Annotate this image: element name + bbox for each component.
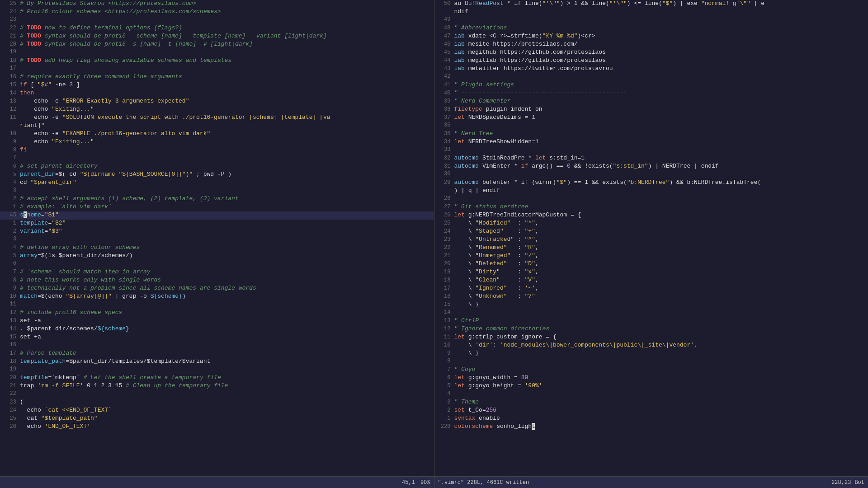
left-cursor-pos: 45,1: [402, 479, 415, 486]
code-line: 11: [0, 301, 434, 309]
code-line: 32autocmd StdinReadPre * let s:std_in=1: [434, 155, 868, 163]
code-line: 14then: [0, 89, 434, 98]
code-line: riant]": [0, 122, 434, 130]
code-line: 1template="$2": [0, 220, 434, 228]
code-line: 41" Plugin settings: [434, 81, 868, 89]
code-line: 24 echo `cat <<END_OF_TEXT`: [0, 407, 434, 415]
code-line: 3: [0, 187, 434, 195]
code-line: 19: [0, 366, 434, 374]
code-line: 24# Prot16 colour schemes <https://prote…: [0, 8, 434, 16]
right-status-file: ".vimrc" 228L, 4661C written: [438, 479, 529, 486]
code-line: 23: [0, 16, 434, 24]
code-line: 9# technically not a problem since all s…: [0, 285, 434, 293]
code-line: 42: [434, 73, 868, 81]
code-line: 5let g:goyo_height = '90%': [434, 382, 868, 390]
code-line: 38filetype plugin indent on: [434, 106, 868, 114]
code-line: 15if [ "$#" -ne 3 ]: [0, 81, 434, 89]
code-line: 28: [434, 195, 868, 203]
code-line: 31autocmd VimEnter * if argc() == 0 && !…: [434, 163, 868, 171]
code-line: 13 echo -e "ERROR Exactly 3 arguments ex…: [0, 98, 434, 106]
code-line: 17 \ "Ignored" : '~',: [434, 285, 868, 293]
code-line: 10 \ 'dir': 'node_modules\|bower_compone…: [434, 342, 868, 350]
code-line: 25 \ "Modified" : "*",: [434, 220, 868, 228]
code-line: 5parent_dir=$( cd "$(dirname "${BASH_SOU…: [0, 171, 434, 179]
code-line: 4# define array with colour schemes: [0, 244, 434, 252]
code-line: 11 echo -e "SOLUTION execute the script …: [0, 114, 434, 122]
code-line: 40" ------------------------------------…: [434, 89, 868, 98]
code-line: 21 \ "Unmerged" : "/",: [434, 252, 868, 260]
left-code-area[interactable]: 25# By Protesilaos Stavrou <https://prot…: [0, 0, 434, 476]
code-line: 18# TODO add help flag showing available…: [0, 57, 434, 65]
code-line: 18template_path=$parent_dir/templates/$t…: [0, 358, 434, 366]
code-line-highlighted: 45scheme="$1": [0, 211, 434, 220]
code-line: 15set +a: [0, 333, 434, 342]
code-line: 17: [0, 65, 434, 73]
code-line: 27" Git status nerdtree: [434, 203, 868, 211]
code-line: 20# TODO syntax should be prot16 -s [nam…: [0, 41, 434, 49]
code-line: 16 \ "Unknown" : "?": [434, 293, 868, 301]
code-line: 12# include prot16 scheme specs: [0, 309, 434, 317]
code-line: ) | q | endif: [434, 187, 868, 195]
code-line: 20 \ "Deleted" : "D",: [434, 260, 868, 268]
code-line: 23 \ "Untracked" : "^",: [434, 236, 868, 244]
code-line: 21trap 'rm -f $FILE' 0 1 2 3 15 # Clean …: [0, 382, 434, 390]
code-line: 16: [0, 342, 434, 350]
code-line: 23(: [0, 399, 434, 407]
code-line: 2set t_Co=256: [434, 407, 868, 415]
code-line: 44iab megitlab https://gitlab.com/protes…: [434, 57, 868, 65]
code-line: 22 \ "Renamed" : "R",: [434, 244, 868, 252]
code-line: 39" Nerd Commenter: [434, 98, 868, 106]
code-line: 37let NERDSpaceDelims = 1: [434, 114, 868, 122]
code-line: 5array=$(ls $parent_dir/schemes/): [0, 252, 434, 260]
right-cursor-pos: 228,23: [831, 479, 851, 486]
code-line: 10 echo -e "EXAMPLE ./prot16-generator a…: [0, 130, 434, 138]
left-status-bar: 45,1 90%: [0, 476, 434, 488]
code-line: 14: [434, 309, 868, 317]
code-line: 12 echo "Exiting...": [0, 106, 434, 114]
code-line: 6# set parent directory: [0, 163, 434, 171]
code-line: 24 \ "Staged" : "+",: [434, 228, 868, 236]
code-line: 8: [434, 358, 868, 366]
code-line: 4: [434, 390, 868, 399]
code-line: 1syntax enable: [434, 415, 868, 423]
code-line: 9 \ }: [434, 350, 868, 358]
code-line: 25 cat "$template_path": [0, 415, 434, 423]
code-line: 9 echo "Exiting...": [0, 138, 434, 146]
code-line: 45iab megithub https://github.com/protes…: [434, 49, 868, 57]
code-line: 19 \ "Dirty" : "x",: [434, 268, 868, 277]
code-line: 26 echo 'END_OF_TEXT': [0, 423, 434, 431]
right-status-mode: Bot: [854, 479, 864, 486]
code-line: 8# note this works only with single word…: [0, 277, 434, 285]
code-line: 7" Goyo: [434, 366, 868, 374]
code-line: 12" Ignore common directories: [434, 325, 868, 333]
code-line: 7: [0, 155, 434, 163]
code-line: 36: [434, 122, 868, 130]
code-line: 48" Abbreviations: [434, 24, 868, 33]
code-line-colorscheme: 228colorscheme sonho_light: [434, 423, 868, 431]
code-line: 21# TODO syntax should be prot16 --schem…: [0, 33, 434, 41]
right-pane: 50au BufReadPost * if line("'\"") > 1 &&…: [434, 0, 868, 488]
code-line: 49: [434, 16, 868, 24]
code-line: 34let NERDTreeShowHidden=1: [434, 138, 868, 146]
editor-container: 25# By Protesilaos Stavrou <https://prot…: [0, 0, 868, 488]
right-status-bar: ".vimrc" 228L, 4661C written 228,23 Bot: [434, 476, 868, 488]
code-line: 11let g:ctrlp_custom_ignore = {: [434, 333, 868, 342]
code-line: 43iab metwitter https://twitter.com/prot…: [434, 65, 868, 73]
code-line: 13set -a: [0, 317, 434, 325]
code-line: 30: [434, 171, 868, 179]
code-line: 1# example: `alto vim dark`: [0, 203, 434, 211]
code-line: 35" Nerd Tree: [434, 130, 868, 138]
code-line: 33: [434, 146, 868, 155]
code-line: 3" Theme: [434, 399, 868, 407]
code-line: 15 \ }: [434, 301, 868, 309]
code-line: 2variant="$3": [0, 228, 434, 236]
right-code-area[interactable]: 50au BufReadPost * if line("'\"") > 1 &&…: [434, 0, 868, 476]
code-line: 25# By Protesilaos Stavrou <https://prot…: [0, 0, 434, 8]
left-pane: 25# By Protesilaos Stavrou <https://prot…: [0, 0, 434, 488]
code-line: 16# require exactly three command line a…: [0, 73, 434, 81]
code-line: 8fi: [0, 146, 434, 155]
left-scroll-pct: 90%: [420, 479, 430, 486]
code-line: 6let g:goyo_width = 80: [434, 374, 868, 382]
code-line: 22# TODO how to define terminal options …: [0, 24, 434, 33]
code-line: 18 \ "Clean" : "V",: [434, 277, 868, 285]
